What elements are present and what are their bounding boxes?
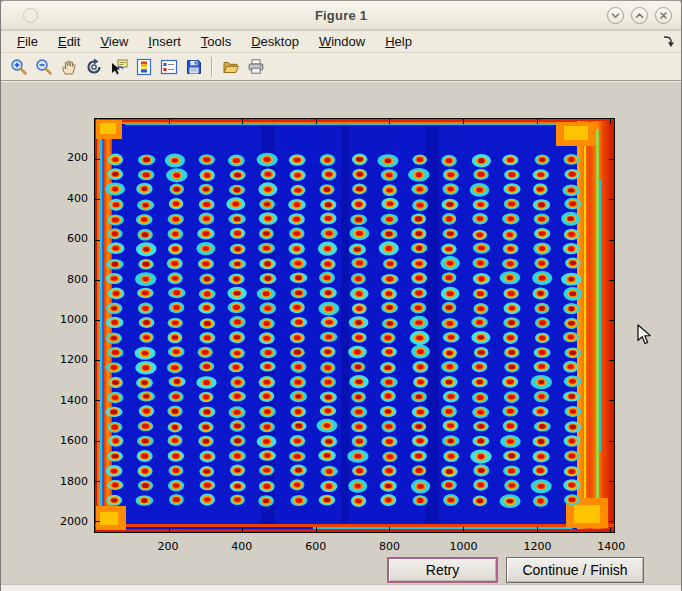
pan-button[interactable] xyxy=(57,55,81,79)
heatmap-image[interactable] xyxy=(95,119,614,532)
save-icon xyxy=(185,58,203,76)
open-icon xyxy=(222,58,240,76)
save-button[interactable] xyxy=(182,55,206,79)
colorbar-button[interactable] xyxy=(132,55,156,79)
menu-items: FileEditViewInsertToolsDesktopWindowHelp xyxy=(1,32,420,51)
x-tick-label: 1400 xyxy=(589,540,633,553)
chevron-up-icon xyxy=(634,10,645,21)
undock-arrow-icon[interactable] xyxy=(661,34,675,48)
menubar: FileEditViewInsertToolsDesktopWindowHelp xyxy=(1,31,681,52)
zoom-in-button[interactable] xyxy=(7,55,31,79)
y-tick-label: 1200 xyxy=(48,353,88,366)
menu-item-insert[interactable]: Insert xyxy=(140,32,189,51)
menu-item-window[interactable]: Window xyxy=(311,32,373,51)
chevron-down-icon xyxy=(610,10,621,21)
colorbar-icon xyxy=(135,58,153,76)
x-tick-label: 600 xyxy=(294,540,338,553)
zoom-out-button[interactable] xyxy=(32,55,56,79)
rotate-3d-button[interactable] xyxy=(82,55,106,79)
x-tick-label: 800 xyxy=(368,540,412,553)
figure-canvas: 2004006008001000120014001600180020002004… xyxy=(1,82,681,585)
window-bottom-border xyxy=(1,584,681,591)
legend-button[interactable] xyxy=(157,55,181,79)
y-tick-label: 1000 xyxy=(48,313,88,326)
axes-plot[interactable] xyxy=(94,118,615,533)
retry-button[interactable]: Retry xyxy=(387,557,498,583)
window-controls xyxy=(607,7,672,24)
continue-finish-button[interactable]: Continue / Finish xyxy=(506,557,644,583)
print-icon xyxy=(247,58,265,76)
mouse-cursor-icon xyxy=(637,324,653,346)
shade-button[interactable] xyxy=(607,7,624,24)
menu-item-view[interactable]: View xyxy=(92,32,136,51)
data-cursor-icon xyxy=(110,58,128,76)
open-button[interactable] xyxy=(219,55,243,79)
zoom-out-icon xyxy=(35,58,53,76)
menu-item-file[interactable]: File xyxy=(9,32,46,51)
y-tick-label: 1400 xyxy=(48,394,88,407)
y-tick-label: 200 xyxy=(48,151,88,164)
x-tick-label: 400 xyxy=(220,540,264,553)
figure-window: Figure 1 FileEditViewInsertToolsDesktopW… xyxy=(0,0,682,591)
print-button[interactable] xyxy=(244,55,268,79)
rotate-3d-icon xyxy=(85,58,103,76)
x-tick-label: 1000 xyxy=(442,540,486,553)
menu-item-help[interactable]: Help xyxy=(377,32,420,51)
close-button[interactable] xyxy=(655,7,672,24)
menu-item-edit[interactable]: Edit xyxy=(50,32,88,51)
y-tick-label: 800 xyxy=(48,273,88,286)
restore-button[interactable] xyxy=(631,7,648,24)
y-tick-label: 400 xyxy=(48,192,88,205)
y-tick-label: 2000 xyxy=(48,515,88,528)
toolbar-separator xyxy=(211,57,213,77)
zoom-in-icon xyxy=(10,58,28,76)
window-title: Figure 1 xyxy=(1,8,681,23)
x-tick-label: 200 xyxy=(146,540,190,553)
y-tick-label: 600 xyxy=(48,232,88,245)
menu-item-desktop[interactable]: Desktop xyxy=(243,32,307,51)
close-icon xyxy=(658,10,669,21)
pan-icon xyxy=(60,58,78,76)
data-cursor-button[interactable] xyxy=(107,55,131,79)
y-tick-label: 1600 xyxy=(48,434,88,447)
legend-icon xyxy=(160,58,178,76)
figure-toolbar xyxy=(1,52,681,81)
y-tick-label: 1800 xyxy=(48,475,88,488)
menu-item-tools[interactable]: Tools xyxy=(193,32,239,51)
x-tick-label: 1200 xyxy=(515,540,559,553)
titlebar[interactable]: Figure 1 xyxy=(1,1,681,30)
